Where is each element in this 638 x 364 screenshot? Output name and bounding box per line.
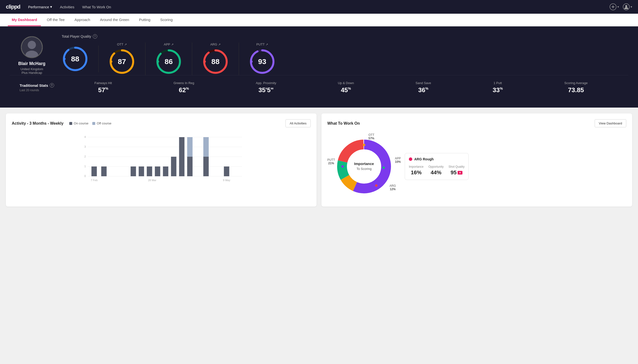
app-score-circle: 86: [155, 48, 182, 75]
svg-rect-43: [187, 137, 193, 157]
arg-donut-label: ARG 12%: [389, 184, 396, 191]
nav-performance[interactable]: Performance ▾: [28, 5, 52, 9]
view-dashboard-button[interactable]: View Dashboard: [595, 119, 626, 127]
player-country: United Kingdom: [21, 67, 43, 71]
ott-score-value: 87: [118, 58, 126, 66]
main-score-value: 88: [71, 55, 79, 63]
svg-point-19: [203, 60, 206, 63]
svg-rect-44: [203, 157, 209, 176]
trad-label: Traditional Stats ? Last 20 rounds: [20, 83, 64, 92]
svg-rect-37: [147, 166, 152, 176]
arrow-up-icon: ↗: [124, 43, 127, 46]
opportunity-value: 44%: [431, 170, 442, 176]
nav-what-to-work-on[interactable]: What To Work On: [82, 5, 111, 9]
chevron-down-icon: ▾: [617, 5, 619, 8]
arg-rough-title: ARG Rough: [409, 157, 465, 161]
nav-left: clippd Performance ▾ Activities What To …: [6, 4, 111, 10]
help-icon[interactable]: ?: [50, 83, 54, 88]
arrow-up-icon: ↗: [266, 43, 268, 46]
stat-up-and-down: Up & Down 45%: [338, 81, 354, 94]
down-badge: ▼: [458, 171, 463, 174]
svg-rect-39: [163, 166, 168, 176]
activity-chart: 4 3 2 1 0: [12, 132, 311, 186]
tab-bar: My Dashboard Off the Tee Approach Around…: [0, 14, 638, 26]
svg-point-13: [110, 60, 112, 63]
svg-text:Importance: Importance: [354, 162, 374, 166]
svg-point-4: [625, 5, 627, 7]
arg-score-card: ARG ↗ 88: [192, 42, 239, 75]
donut-chart-area: Importance To Scoring OTT 57% APP 10%: [327, 132, 401, 201]
svg-rect-35: [131, 166, 136, 176]
importance-value: 16%: [411, 170, 421, 176]
svg-rect-42: [187, 157, 193, 176]
svg-text:9 May: 9 May: [223, 179, 230, 182]
app-label: APP ↗: [164, 42, 173, 46]
trad-title: Traditional Stats ?: [20, 83, 64, 88]
activity-header-left: Activity - 3 Months - Weekly On course O…: [12, 121, 111, 126]
shot-quality-stat: Shot Quality 95 ▼: [449, 165, 465, 176]
ott-donut-label: OTT 57%: [368, 133, 374, 140]
tab-putting[interactable]: Putting: [135, 14, 154, 26]
stat-greens-in-reg: Greens In Reg 62%: [173, 81, 194, 94]
putt-score-value: 93: [258, 58, 266, 66]
wtw-title: What To Work On: [327, 121, 360, 126]
svg-point-57: [363, 144, 365, 146]
logo-text: clippd: [6, 4, 20, 10]
svg-point-59: [375, 184, 377, 187]
ott-label: OTT ↗: [117, 42, 127, 46]
svg-rect-38: [155, 166, 160, 176]
arrow-up-icon: ↗: [171, 43, 173, 46]
svg-rect-46: [224, 166, 230, 176]
legend-off-course: Off course: [92, 122, 111, 125]
arg-score-value: 88: [211, 58, 219, 66]
putt-score-card: PUTT ↗ 93: [239, 42, 285, 75]
legend-on-course: On course: [69, 122, 88, 125]
nav-right: ▾ ▾: [610, 4, 632, 10]
tpq-label: Total Player Quality ?: [62, 34, 628, 38]
svg-text:4: 4: [84, 136, 86, 138]
ott-score-card: OTT ↗ 87: [99, 42, 145, 75]
tab-my-dashboard[interactable]: My Dashboard: [8, 14, 41, 26]
tab-off-the-tee[interactable]: Off the Tee: [43, 14, 69, 26]
what-to-work-on-card: What To Work On View Dashboard: [321, 114, 632, 206]
svg-text:To Scoring: To Scoring: [356, 167, 371, 171]
stat-sand-save: Sand Save 36%: [415, 81, 431, 94]
trad-subtitle: Last 20 rounds: [20, 88, 64, 92]
traditional-stats: Traditional Stats ? Last 20 rounds Fairw…: [10, 75, 628, 100]
arg-label: ARG ↗: [210, 42, 221, 46]
help-icon[interactable]: ?: [93, 34, 97, 38]
nav-activities[interactable]: Activities: [60, 5, 74, 9]
ott-score-circle: 87: [108, 48, 135, 75]
opportunity-stat: Opportunity 44%: [429, 165, 444, 176]
arg-score-circle: 88: [202, 48, 229, 75]
top-navigation: clippd Performance ▾ Activities What To …: [0, 0, 638, 14]
svg-point-60: [341, 165, 344, 168]
svg-rect-33: [92, 166, 97, 176]
shot-quality-value: 95 ▼: [451, 170, 463, 176]
arg-rough-info-card: ARG Rough Importance 16% Opportunity 44%: [405, 153, 469, 180]
tab-scoring[interactable]: Scoring: [156, 14, 176, 26]
arrow-up-icon: ↗: [218, 43, 221, 46]
svg-rect-45: [203, 137, 209, 157]
player-info: Blair McHarg United Kingdom Plus Handica…: [10, 34, 54, 74]
tab-approach[interactable]: Approach: [71, 14, 94, 26]
main-score-circle: 88: [62, 46, 89, 72]
arg-rough-icon: [409, 158, 412, 161]
chevron-down-icon: ▾: [50, 5, 52, 9]
svg-text:2: 2: [84, 155, 86, 158]
logo[interactable]: clippd: [6, 4, 20, 10]
add-button[interactable]: ▾: [610, 4, 619, 10]
nav-links: Performance ▾ Activities What To Work On: [28, 5, 111, 9]
svg-point-6: [28, 41, 36, 49]
activity-header: Activity - 3 Months - Weekly On course O…: [12, 119, 311, 127]
putt-score-circle: 93: [249, 48, 276, 75]
user-menu-button[interactable]: ▾: [623, 4, 632, 10]
hero-section: Blair McHarg United Kingdom Plus Handica…: [0, 26, 638, 108]
tab-around-the-green[interactable]: Around the Green: [96, 14, 133, 26]
app-score-card: APP ↗ 86: [145, 42, 192, 75]
off-course-dot: [92, 122, 95, 125]
putt-label: PUTT ↗: [256, 42, 268, 46]
all-activities-button[interactable]: All Activities: [285, 119, 311, 127]
svg-point-22: [250, 60, 253, 63]
bottom-section: Activity - 3 Months - Weekly On course O…: [0, 108, 638, 212]
